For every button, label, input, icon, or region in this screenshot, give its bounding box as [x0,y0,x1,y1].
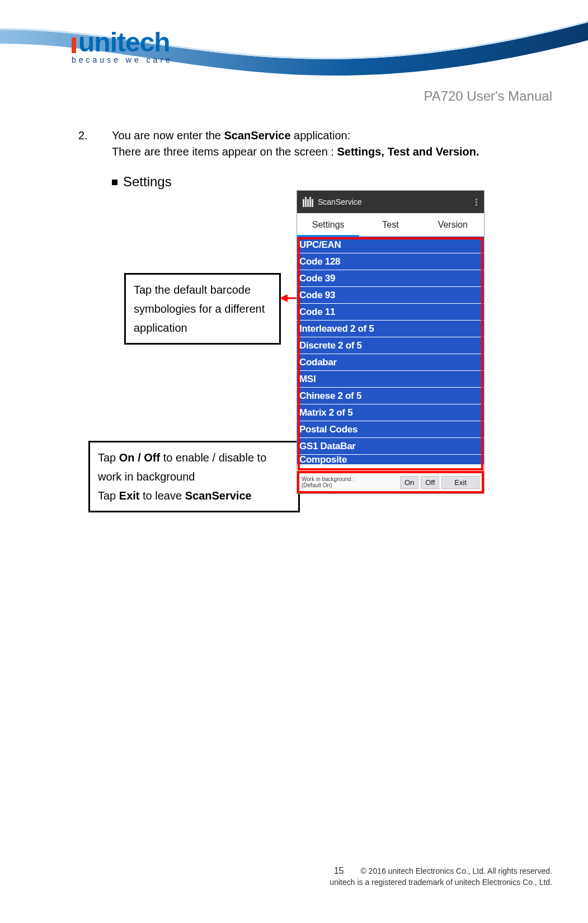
c2-1a: Tap [98,451,119,464]
tab-bar: Settings Test Version [297,213,484,237]
callout-background: Tap On / Off to enable / disable to work… [88,441,300,512]
list-item[interactable]: Postal Codes [297,421,484,438]
list-item[interactable]: Codabar [297,354,484,371]
background-toggle-bar: Work in background : (Default On) On Off… [297,471,484,493]
list-item[interactable]: UPC/EAN [297,237,484,253]
page-number: 15 [334,865,344,877]
symbology-list-wrap: UPC/EAN Code 128 Code 39 Code 93 Code 11… [297,237,484,471]
copyright-line2: unitech is a registered trademark of uni… [330,878,552,887]
list-item[interactable]: MSI [297,371,484,388]
list-item[interactable]: Matrix 2 of 5 [297,404,484,421]
tab-test[interactable]: Test [359,213,421,236]
logo: unitech because we care [72,27,189,64]
step-line2-a: There are three items appear on the scre… [112,145,337,158]
step-app-name: ScanService [224,129,291,142]
bullet-label: Settings [123,174,172,189]
background-label: Work in background : (Default On) [300,476,400,488]
symbology-list: UPC/EAN Code 128 Code 39 Code 93 Code 11… [297,237,484,464]
c2-2b: Exit [119,489,140,502]
bullet-square-icon [112,180,117,185]
copyright-line1: © 2016 unitech Electronics Co., Ltd. All… [360,867,552,875]
app-title: ScanService [318,197,362,206]
callout1-text: Tap the default barcode symbologies for … [134,284,265,334]
step-text-part1: You are now enter the [112,129,224,142]
app-bar: ScanService [297,191,484,213]
step-number: 2. [78,128,98,160]
list-item[interactable]: Code 128 [297,253,484,270]
product-name: PA720 User's Manual [424,88,552,104]
list-item[interactable]: Code 39 [297,270,484,287]
step-text-part2: application: [291,129,351,142]
page-footer: 15 © 2016 unitech Electronics Co., Ltd. … [0,865,552,888]
list-item[interactable]: Interleaved 2 of 5 [297,321,484,337]
bullet-settings: Settings [78,172,554,192]
logo-tagline: because we care [72,55,189,64]
logo-mark-icon [72,37,76,53]
c2-2c: to leave [140,489,185,502]
c2-2a: Tap [98,489,119,502]
list-item[interactable]: Code 11 [297,304,484,321]
callout-symbologies: Tap the default barcode symbologies for … [124,273,281,345]
bg-label-2: (Default On) [302,482,332,488]
list-item[interactable]: Chinese 2 of 5 [297,388,484,404]
logo-word: unitech [78,27,170,57]
page-header: unitech because we care PA720 User's Man… [0,0,588,112]
off-button[interactable]: Off [421,476,439,489]
c2-1b: On / Off [119,451,160,464]
on-button[interactable]: On [400,476,418,489]
tab-settings[interactable]: Settings [297,213,359,236]
svg-marker-1 [280,294,288,302]
step-line2-b: Settings, Test and Version. [337,145,479,158]
list-item[interactable]: GS1 DataBar [297,438,484,455]
barcode-icon [303,197,313,207]
page-content: 2. You are now enter the ScanService app… [78,128,554,192]
step-text: You are now enter the ScanService applic… [112,128,554,160]
list-item[interactable]: Code 93 [297,287,484,304]
c2-2d: ScanService [185,489,252,502]
overflow-menu-icon[interactable] [474,196,478,208]
exit-button[interactable]: Exit [441,476,479,489]
tab-version[interactable]: Version [422,213,484,236]
list-item[interactable]: Composite [297,455,484,464]
screenshot-scanservice: ScanService Settings Test Version UPC/EA… [297,190,484,494]
list-item[interactable]: Discrete 2 of 5 [297,337,484,354]
step-2: 2. You are now enter the ScanService app… [78,128,554,160]
bg-label-1: Work in background : [302,476,354,482]
